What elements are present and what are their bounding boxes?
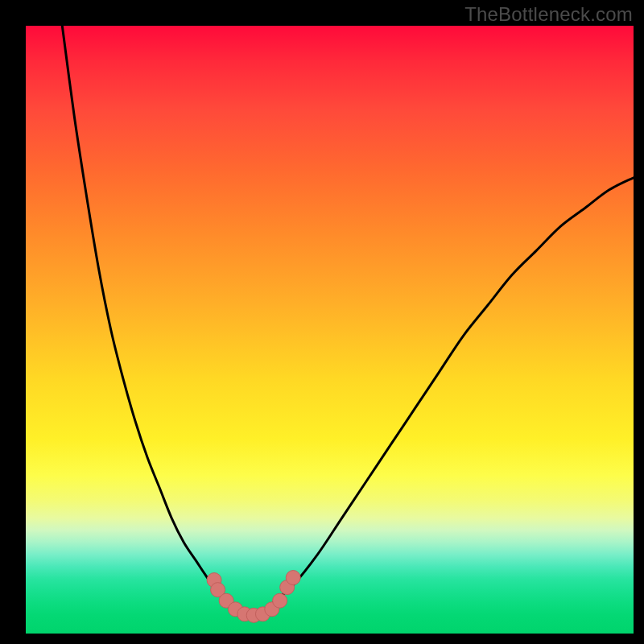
bottleneck-curve xyxy=(62,26,634,615)
data-marker xyxy=(273,593,287,608)
plot-area xyxy=(26,26,634,634)
curve-layer xyxy=(26,26,634,634)
data-marker xyxy=(286,571,300,585)
chart-frame: TheBottleneck.com xyxy=(0,0,644,644)
watermark-text: TheBottleneck.com xyxy=(464,3,633,26)
